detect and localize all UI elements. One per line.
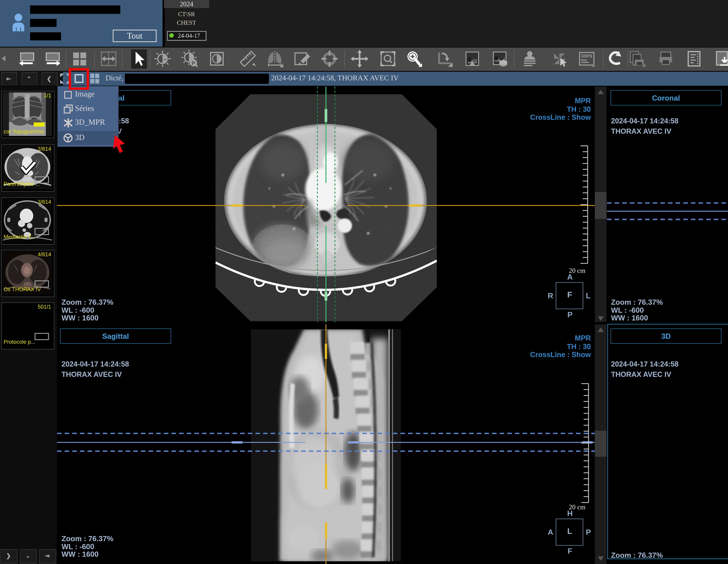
svg-text:P: P (192, 60, 195, 66)
svg-text:GSPS: GSPS (581, 54, 592, 59)
